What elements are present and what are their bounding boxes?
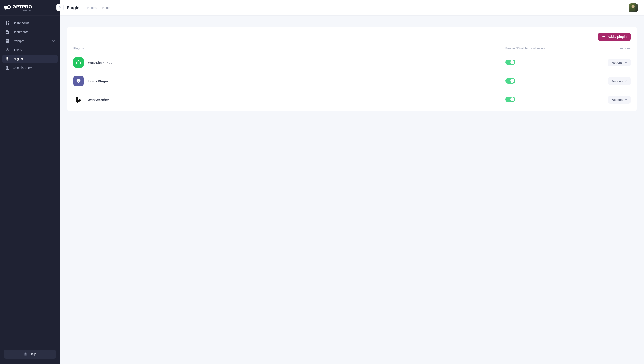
svg-rect-6 (6, 33, 8, 33)
plugin-row: WebSearcher Actions (73, 90, 630, 109)
plugins-icon (5, 57, 10, 61)
sidebar-item-administrators[interactable]: Administrators (2, 64, 58, 72)
svg-point-11 (6, 66, 8, 68)
headphones-icon (73, 57, 84, 68)
svg-rect-13 (80, 63, 80, 64)
enable-toggle[interactable] (505, 78, 515, 84)
documents-icon (5, 30, 10, 34)
user-avatar[interactable] (629, 3, 638, 12)
enable-toggle[interactable] (505, 97, 515, 102)
administrators-icon (5, 66, 10, 70)
enable-toggle[interactable] (505, 60, 515, 65)
sidebar-collapse-button[interactable] (56, 4, 64, 11)
row-actions-label: Actions (612, 61, 622, 64)
svg-rect-9 (6, 41, 8, 41)
add-plugin-button[interactable]: Add a plugin (598, 33, 630, 41)
chevron-down-icon (625, 80, 627, 82)
plugin-row: Freshdesk Plugin Actions (73, 53, 630, 72)
svg-rect-12 (76, 63, 77, 64)
brand-logo[interactable]: GPTPRO by WITIVIO (0, 0, 60, 16)
prompts-icon (5, 39, 10, 43)
plugins-panel: Add a plugin Plugins Enable / Disable fo… (67, 27, 637, 111)
breadcrumb-divider (83, 5, 84, 10)
breadcrumb-root[interactable]: Plugins (87, 6, 96, 10)
sidebar-item-label: Prompts (12, 39, 24, 43)
help-icon: ? (24, 352, 27, 356)
row-actions-label: Actions (612, 98, 622, 101)
col-actions-header: Actions (586, 47, 630, 50)
sidebar-item-label: Documents (12, 30, 28, 34)
row-actions-button[interactable]: Actions (608, 77, 630, 85)
svg-rect-5 (6, 32, 8, 32)
plugin-name: Freshdesk Plugin (88, 61, 116, 65)
sidebar-item-documents[interactable]: Documents (2, 28, 58, 36)
add-plugin-label: Add a plugin (608, 35, 626, 39)
svg-rect-8 (6, 40, 8, 41)
svg-rect-2 (8, 21, 9, 22)
plugin-row: Learn Plugin Actions (73, 72, 630, 90)
svg-rect-4 (6, 23, 7, 25)
sidebar-item-label: Administrators (12, 66, 32, 70)
row-actions-button[interactable]: Actions (608, 59, 630, 67)
row-actions-label: Actions (612, 79, 622, 83)
sidebar-item-plugins[interactable]: Plugins (2, 55, 58, 63)
sidebar-item-label: History (12, 48, 22, 52)
dashboards-icon (5, 21, 10, 25)
sidebar: GPTPRO by WITIVIO Dashboards Documents (0, 0, 60, 364)
history-icon (5, 48, 10, 52)
chevron-down-icon (52, 39, 54, 43)
help-label: Help (30, 352, 36, 356)
sidebar-item-label: Dashboards (12, 21, 30, 25)
svg-rect-1 (6, 21, 7, 23)
plus-icon (602, 35, 605, 38)
help-button[interactable]: ? Help (4, 350, 56, 359)
breadcrumb-current: Plugin (102, 6, 110, 10)
plugin-name: WebSearcher (88, 98, 109, 102)
chevron-down-icon (625, 61, 627, 64)
brand-name: GPTPRO (12, 5, 32, 9)
chevron-down-icon (625, 98, 627, 101)
page-title: Plugin (67, 5, 80, 10)
sidebar-nav: Dashboards Documents Prompts (0, 16, 60, 346)
sidebar-item-history[interactable]: History (2, 46, 58, 54)
breadcrumb-separator: - (99, 6, 100, 10)
logo-icon (4, 5, 11, 11)
page-content: Add a plugin Plugins Enable / Disable fo… (60, 16, 644, 364)
breadcrumb: Plugins - Plugin (87, 6, 110, 10)
top-bar: Plugin Plugins - Plugin (60, 0, 644, 16)
sidebar-item-label: Plugins (12, 57, 23, 61)
table-header: Plugins Enable / Disable for all users A… (73, 47, 630, 53)
svg-rect-3 (8, 23, 9, 25)
col-enable-header: Enable / Disable for all users (505, 47, 586, 50)
plugin-name: Learn Plugin (88, 79, 108, 83)
sidebar-item-prompts[interactable]: Prompts (2, 37, 58, 45)
row-actions-button[interactable]: Actions (608, 96, 630, 104)
col-plugins-header: Plugins (73, 47, 505, 50)
bing-icon (73, 94, 84, 105)
brand-byline: by WITIVIO (23, 10, 32, 11)
graduation-cap-icon (73, 76, 84, 86)
sidebar-item-dashboards[interactable]: Dashboards (2, 19, 58, 27)
